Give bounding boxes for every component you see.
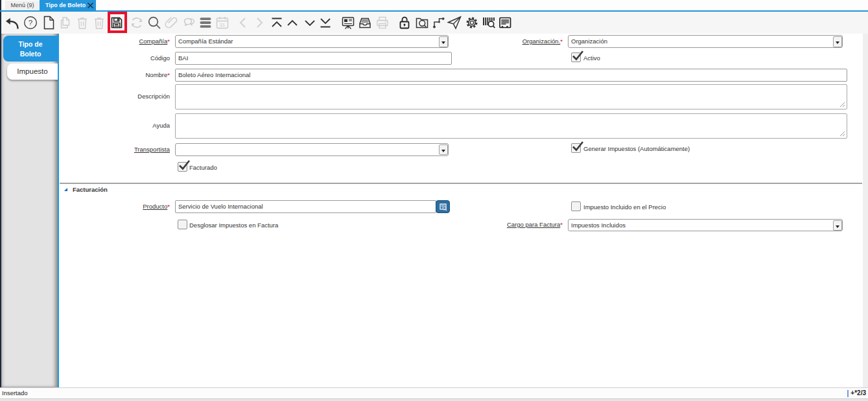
svg-text:31: 31 bbox=[219, 22, 224, 28]
svg-text:?: ? bbox=[29, 19, 32, 27]
